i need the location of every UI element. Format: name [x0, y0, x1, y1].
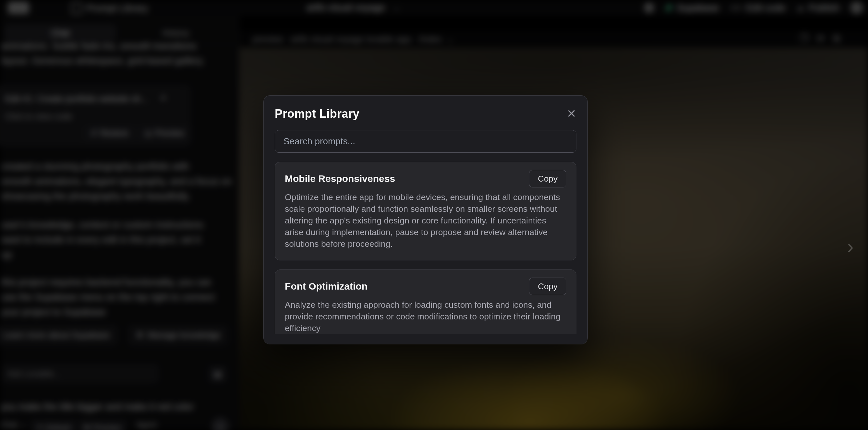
- prompt-card-font-optimization: Font Optimization Copy Analyze the exist…: [275, 270, 577, 334]
- prompt-card-mobile-responsiveness: Mobile Responsiveness Copy Optimize the …: [275, 162, 577, 260]
- search-input[interactable]: [275, 130, 577, 153]
- prompt-card-body: Optimize the entire app for mobile devic…: [285, 191, 566, 252]
- prompt-card-header: Font Optimization Copy: [285, 278, 566, 295]
- prompt-card-body: Analyze the existing approach for loadin…: [285, 299, 566, 334]
- modal-title: Prompt Library: [275, 107, 360, 121]
- screen: Prompt Library artfo visual voyage ⌄ Sup…: [0, 0, 868, 430]
- prompt-card-header: Mobile Responsiveness Copy: [285, 170, 566, 187]
- prompt-list: Mobile Responsiveness Copy Optimize the …: [275, 162, 577, 334]
- prompt-card-title: Font Optimization: [285, 281, 368, 292]
- modal-header: Prompt Library ✕: [275, 107, 577, 121]
- close-icon[interactable]: ✕: [567, 108, 577, 120]
- chevron-right-icon[interactable]: ›: [847, 236, 854, 257]
- prompt-library-modal: Prompt Library ✕ Mobile Responsiveness C…: [264, 95, 588, 344]
- copy-button[interactable]: Copy: [529, 278, 566, 295]
- prompt-card-title: Mobile Responsiveness: [285, 173, 395, 184]
- copy-button[interactable]: Copy: [529, 170, 566, 187]
